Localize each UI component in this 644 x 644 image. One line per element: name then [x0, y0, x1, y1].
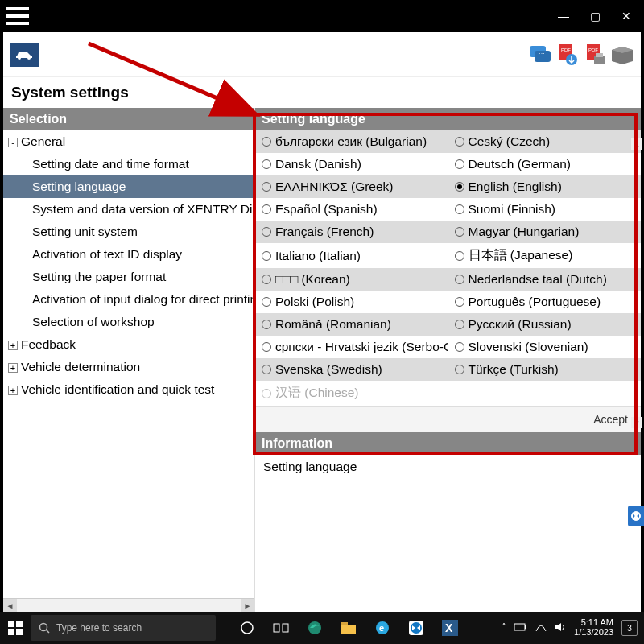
- language-option[interactable]: Deutsch (German): [448, 153, 642, 175]
- radio-icon[interactable]: [262, 159, 271, 169]
- radio-icon[interactable]: [455, 204, 464, 214]
- tree-item[interactable]: Setting unit system: [3, 221, 254, 243]
- pdf-export-icon[interactable]: PDF: [555, 43, 580, 67]
- radio-icon[interactable]: [262, 365, 271, 374]
- cortana-icon[interactable]: [232, 612, 262, 644]
- tray-volume-icon[interactable]: [555, 622, 566, 634]
- expand-toggle[interactable]: +: [8, 386, 18, 395]
- radio-icon[interactable]: [455, 297, 464, 307]
- radio-icon[interactable]: [262, 320, 271, 329]
- tree-item[interactable]: Setting language: [3, 175, 254, 198]
- tree-item[interactable]: +Vehicle determination: [3, 356, 254, 378]
- radio-icon[interactable]: [455, 251, 464, 261]
- svg-rect-20: [16, 629, 23, 635]
- svg-text:…: …: [539, 48, 545, 56]
- language-option[interactable]: □□□ (Korean): [255, 268, 448, 291]
- radio-icon[interactable]: [262, 182, 271, 192]
- language-option[interactable]: English (English): [448, 175, 642, 198]
- window-minimize[interactable]: —: [558, 10, 569, 23]
- language-option[interactable]: Русский (Russian): [448, 313, 642, 336]
- svg-rect-27: [341, 625, 356, 634]
- tray-expand-icon[interactable]: ˄: [502, 622, 506, 634]
- tree-item[interactable]: Selection of workshop: [3, 311, 254, 333]
- radio-icon[interactable]: [262, 297, 271, 307]
- tray-network-icon[interactable]: [535, 622, 547, 634]
- expand-toggle[interactable]: +: [8, 363, 18, 373]
- language-option[interactable]: Suomi (Finnish): [448, 198, 642, 221]
- language-option[interactable]: српски - Hrvatski jezik (Serbo-C...: [255, 336, 448, 358]
- radio-icon[interactable]: [455, 227, 464, 237]
- radio-icon[interactable]: [455, 137, 464, 147]
- svg-text:PDF: PDF: [561, 47, 571, 52]
- hamburger-menu[interactable]: [6, 7, 29, 25]
- tree-item[interactable]: +Vehicle identification and quick test: [3, 378, 254, 401]
- language-option[interactable]: Ceský (Czech): [448, 130, 642, 153]
- radio-icon[interactable]: [262, 251, 271, 261]
- radio-icon[interactable]: [455, 365, 464, 374]
- radio-icon[interactable]: [455, 320, 464, 329]
- ie-icon[interactable]: e: [367, 612, 398, 644]
- language-option[interactable]: Dansk (Danish): [255, 153, 448, 175]
- language-scrollbar-v[interactable]: ▴ ▾: [631, 138, 642, 428]
- taskbar-clock[interactable]: 5:11 AM 1/13/2023: [574, 618, 613, 637]
- radio-icon[interactable]: [262, 389, 271, 398]
- task-view-icon[interactable]: [266, 612, 296, 644]
- language-option[interactable]: Magyar (Hungarian): [448, 221, 642, 243]
- tree-item[interactable]: Activation of text ID display: [3, 243, 254, 266]
- taskbar-search[interactable]: Type here to search: [31, 615, 216, 641]
- radio-icon[interactable]: [455, 182, 464, 192]
- xentry-icon[interactable]: X: [435, 612, 465, 644]
- language-option[interactable]: Türkçe (Turkish): [448, 358, 642, 381]
- window-close[interactable]: ✕: [621, 10, 631, 23]
- radio-icon[interactable]: [262, 342, 271, 352]
- language-option[interactable]: Nederlandse taal (Dutch): [448, 268, 642, 291]
- pdf-print-icon[interactable]: PDF: [583, 43, 607, 67]
- radio-icon[interactable]: [262, 227, 271, 237]
- language-option[interactable]: Slovenski (Slovenian): [448, 336, 642, 358]
- svg-text:PDF: PDF: [588, 47, 598, 52]
- radio-icon[interactable]: [455, 275, 464, 284]
- svg-point-23: [242, 622, 253, 634]
- tray-battery-icon[interactable]: [514, 622, 527, 634]
- notification-center-icon[interactable]: 3: [621, 620, 638, 636]
- expand-toggle[interactable]: +: [8, 341, 18, 350]
- accept-button[interactable]: Accept: [588, 411, 633, 427]
- explorer-icon[interactable]: [333, 612, 364, 644]
- tree-item[interactable]: Setting date and time format: [3, 153, 254, 175]
- tree-item[interactable]: System and data version of XENTRY Dia: [3, 198, 254, 221]
- tree-item[interactable]: Activation of input dialog for direct pr…: [3, 288, 254, 311]
- vehicle-icon[interactable]: [10, 43, 39, 67]
- language-option[interactable]: ΕΛΛΗΝΙΚΌΣ (Greek): [255, 175, 448, 198]
- language-option[interactable]: Italiano (Italian): [255, 243, 448, 268]
- language-option[interactable]: 汉语 (Chinese): [255, 381, 448, 406]
- language-option[interactable]: Español (Spanish): [255, 198, 448, 221]
- language-option[interactable]: български език (Bulgarian): [255, 130, 448, 153]
- radio-icon[interactable]: [262, 204, 271, 214]
- book-icon[interactable]: [610, 43, 634, 67]
- radio-icon[interactable]: [262, 275, 271, 284]
- edge-icon[interactable]: [299, 612, 330, 644]
- chat-icon[interactable]: …: [528, 43, 552, 67]
- tree-item[interactable]: Setting the paper format: [3, 266, 254, 288]
- tree-item[interactable]: +Feedback: [3, 333, 254, 356]
- start-button[interactable]: [0, 612, 31, 644]
- svg-point-12: [631, 511, 641, 521]
- collapse-toggle[interactable]: -: [8, 138, 18, 147]
- language-option[interactable]: Português (Portuguese): [448, 291, 642, 313]
- radio-icon[interactable]: [455, 342, 464, 352]
- language-option[interactable]: Română (Romanian): [255, 313, 448, 336]
- language-header: Setting language: [255, 108, 641, 130]
- teamviewer-icon[interactable]: [401, 612, 431, 644]
- tree-item[interactable]: -General: [3, 130, 254, 153]
- language-option[interactable]: Svenska (Swedish): [255, 358, 448, 381]
- svg-rect-25: [283, 624, 288, 632]
- radio-icon[interactable]: [262, 137, 271, 147]
- teamviewer-side-tab[interactable]: [628, 506, 644, 526]
- tree-scrollbar-h[interactable]: ◄►: [3, 598, 254, 612]
- radio-icon[interactable]: [455, 159, 464, 169]
- language-option[interactable]: Polski (Polish): [255, 291, 448, 313]
- svg-text:X: X: [445, 621, 453, 634]
- language-option[interactable]: 日本語 (Japanese): [448, 243, 642, 268]
- language-option[interactable]: Français (French): [255, 221, 448, 243]
- window-maximize[interactable]: ▢: [590, 10, 601, 23]
